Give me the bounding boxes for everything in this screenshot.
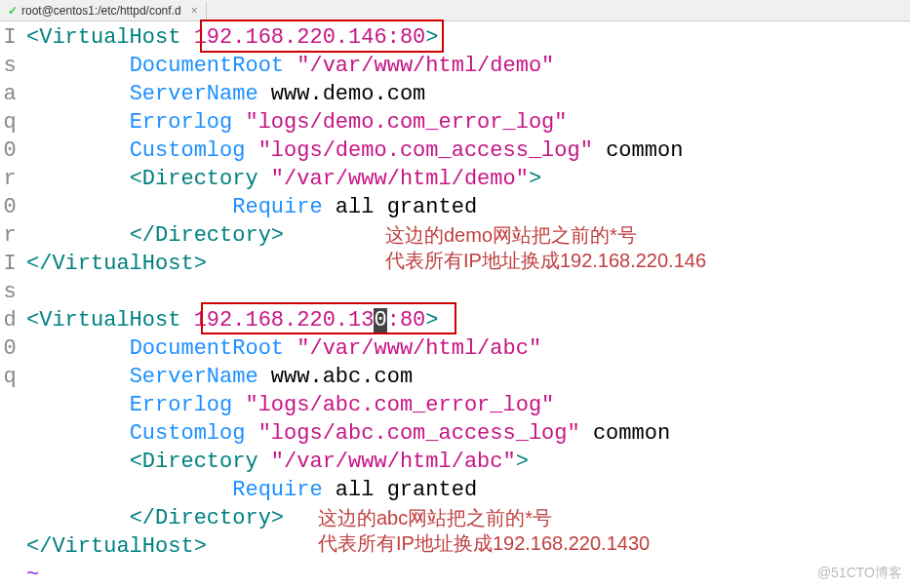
- tab-status-icon: ✓: [8, 4, 18, 18]
- annotation-2: 这边的abc网站把之前的*号 代表所有IP地址换成192.168.220.143…: [318, 505, 650, 556]
- tab-bar: ✓ root@centos1:/etc/httpd/conf.d ×: [0, 0, 910, 21]
- annotation-1: 这边的demo网站把之前的*号 代表所有IP地址换成192.168.220.14…: [385, 222, 706, 273]
- tab-title: root@centos1:/etc/httpd/conf.d: [21, 4, 181, 18]
- gutter: I s a q 0 r 0 r I s d 0 q: [0, 23, 20, 391]
- editor-tab[interactable]: ✓ root@centos1:/etc/httpd/conf.d ×: [0, 2, 207, 20]
- editor-content[interactable]: <VirtualHost 192.168.220.146:80> Documen…: [26, 23, 683, 588]
- watermark: @51CTO博客: [817, 565, 902, 582]
- vh2-ip: 192.168.220.130:80: [194, 308, 426, 333]
- text-cursor: 0: [374, 308, 386, 333]
- tilde-marker: ~: [26, 563, 39, 587]
- tab-close-icon[interactable]: ×: [191, 4, 198, 18]
- vh1-ip: 192.168.220.146:80: [194, 25, 426, 50]
